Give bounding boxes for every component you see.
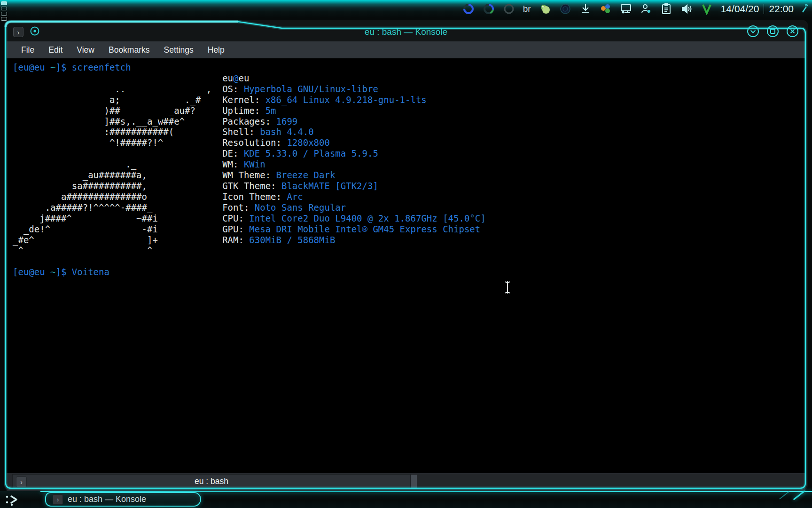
display-icon[interactable] xyxy=(620,3,632,15)
ibeam-cursor xyxy=(504,281,511,296)
minimize-button[interactable] xyxy=(747,25,759,40)
taskbar-corner-decoration-2 xyxy=(779,491,789,500)
task-label: eu : bash — Konsole xyxy=(68,494,146,504)
terminal-line: DE: KDE 5.33.0 / Plasma 5.9.5 xyxy=(13,148,805,159)
terminal-line: sa###########, GTK Theme: BlackMATE [GTK… xyxy=(13,181,805,191)
terminal-line: )## _au#? Uptime: 5m xyxy=(13,105,805,116)
panel-pager-widget[interactable] xyxy=(1,1,7,21)
panel-config-icon[interactable] xyxy=(802,3,808,15)
task-terminal-icon: › xyxy=(53,494,63,505)
tab-bar-empty-area[interactable] xyxy=(417,474,804,489)
tab-label: eu : bash xyxy=(195,476,228,486)
terminal-line: eu@eu xyxy=(13,73,805,84)
terminal-line: .a#####?!^^^^^-####_ Font: Noto Sans Reg… xyxy=(13,202,805,213)
user-switch-icon[interactable] xyxy=(640,3,652,15)
terminal-line: :###########( Shell: bash 4.4.0 xyxy=(13,127,805,137)
tab-edge-strip xyxy=(411,474,417,489)
terminal-line: ^ ^ xyxy=(13,245,805,256)
terminal-line: ._ WM: KWin xyxy=(13,159,805,170)
titlebar[interactable]: › eu : bash — Konsole xyxy=(7,20,805,41)
clipboard-icon[interactable] xyxy=(660,3,672,15)
green-orbs-icon[interactable] xyxy=(539,3,551,15)
menu-item-help[interactable]: Help xyxy=(201,41,232,58)
taskbar: › eu : bash — Konsole xyxy=(0,491,812,508)
terminal-line: [eu@eu ~]$ Voitena xyxy=(13,267,805,278)
menu-item-file[interactable]: File xyxy=(14,41,41,58)
clock-divider xyxy=(764,4,764,14)
menu-item-view[interactable]: View xyxy=(70,41,102,58)
clock-time: 22:00 xyxy=(769,3,794,15)
terminal-line: _a##############o Icon Theme: Arc xyxy=(13,191,805,202)
window-title: eu : bash — Konsole xyxy=(7,27,805,37)
terminal-line: .. , OS: Hyperbola GNU/Linux-libre xyxy=(13,84,805,95)
menu-item-settings[interactable]: Settings xyxy=(157,41,201,58)
close-button[interactable] xyxy=(786,25,799,40)
konsole-window: › eu : bash — Konsole FileEditViewBookma… xyxy=(4,20,808,491)
clock-date: 14/04/20 xyxy=(721,3,759,15)
activity-ring-3-icon[interactable] xyxy=(503,3,515,15)
activity-ring-1-icon[interactable] xyxy=(462,3,475,15)
terminal-line: [eu@eu ~]$ screenfetch xyxy=(13,62,805,73)
digital-clock[interactable]: 14/04/20 22:00 xyxy=(721,3,794,15)
menu-bar: FileEditViewBookmarksSettingsHelp xyxy=(7,41,805,58)
v-checkmark-icon[interactable] xyxy=(701,3,713,15)
volume-icon[interactable] xyxy=(680,3,693,15)
color-dots-icon[interactable] xyxy=(600,3,612,15)
download-tray-icon[interactable] xyxy=(579,3,592,15)
top-panel: br 14/04/20 22:00 xyxy=(0,0,812,17)
dark-orb-icon[interactable] xyxy=(559,3,571,15)
terminal-line: a; ._# Kernel: x86_64 Linux 4.9.218-gnu-… xyxy=(13,95,805,105)
launcher-icon[interactable] xyxy=(4,492,37,508)
terminal-line: ]##s,.__a_w##e^ Packages: 1699 xyxy=(13,116,805,127)
terminal-line: _au#######a, WM Theme: Breeze Dark xyxy=(13,170,805,181)
terminal-line: _#e^ ]+ RAM: 630MiB / 5868MiB xyxy=(13,235,805,246)
menu-item-bookmarks[interactable]: Bookmarks xyxy=(102,41,157,58)
menu-item-edit[interactable]: Edit xyxy=(41,41,70,58)
tab-bar: › eu : bash xyxy=(7,473,805,491)
terminal-line: _de!^ -#i GPU: Mesa DRI Mobile Intel® GM… xyxy=(13,224,805,235)
taskbar-corner-decoration xyxy=(793,491,805,500)
system-tray: br 14/04/20 22:00 xyxy=(462,3,812,15)
terminal-screen[interactable]: [eu@eu ~]$ screenfetch eu@eu .. , OS: Hy… xyxy=(7,58,805,473)
terminal-line: j####^ ~##i CPU: Intel Core2 Duo L9400 @… xyxy=(13,213,805,224)
keyboard-layout-indicator[interactable]: br xyxy=(523,4,531,14)
tab-eu-bash[interactable]: › eu : bash xyxy=(12,474,411,489)
activity-ring-2-icon[interactable] xyxy=(483,3,495,15)
maximize-button[interactable] xyxy=(766,25,779,40)
terminal-line xyxy=(13,256,805,267)
tab-terminal-icon: › xyxy=(16,476,27,487)
terminal-line: ^!#####?!^ Resolution: 1280x800 xyxy=(13,137,805,148)
taskbar-task-konsole[interactable]: › eu : bash — Konsole xyxy=(45,492,201,507)
